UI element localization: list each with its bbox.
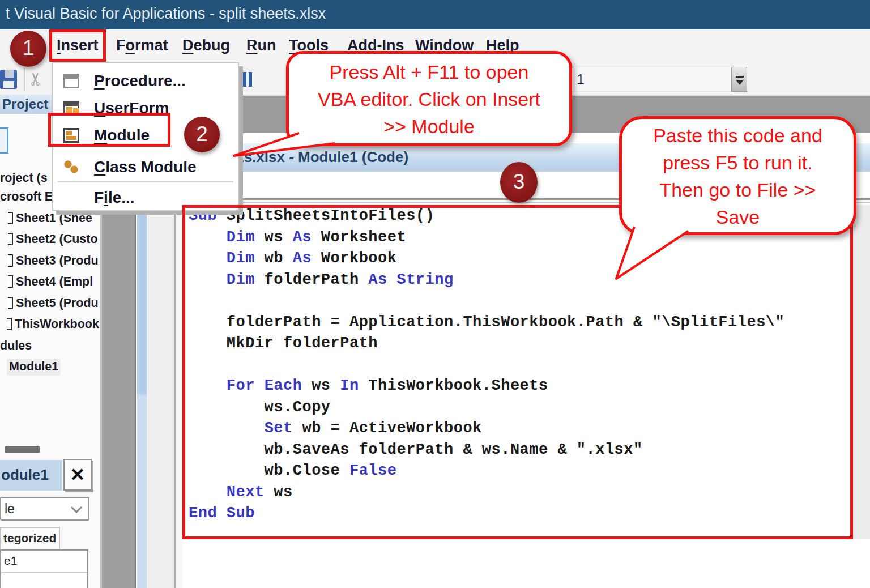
tree-item[interactable]: dules xyxy=(0,338,32,355)
callout-tail xyxy=(609,221,700,288)
tree-item[interactable]: Sheet4 (Empl xyxy=(8,274,93,291)
pause-icon[interactable] xyxy=(242,72,253,87)
window-titlebar: t Visual Basic for Applications - split … xyxy=(0,0,870,29)
red-box-insert xyxy=(49,29,106,62)
worksheet-icon xyxy=(8,275,13,288)
callout-line: Paste this code and xyxy=(622,122,854,149)
save-icon[interactable] xyxy=(0,70,17,89)
properties-panel-header: odule1 xyxy=(0,460,62,491)
code-window-right-margin xyxy=(853,205,870,539)
annotation-badge-3: 3 xyxy=(500,162,538,203)
class-module-icon xyxy=(63,160,79,174)
insert-menu-item-label: Procedure... xyxy=(94,68,186,94)
callout-paste-code: Paste this code and press F5 to run it. … xyxy=(619,116,856,235)
tree-item[interactable]: roject (s xyxy=(0,170,48,187)
annotation-badge-2: 2 xyxy=(184,117,220,152)
tree-item[interactable]: Sheet5 (Produ xyxy=(8,295,99,312)
menu-item-debug[interactable]: Debug xyxy=(182,29,230,63)
callout-line: VBA editor. Click on Insert xyxy=(289,86,569,113)
property-field[interactable]: e1 xyxy=(0,549,88,588)
tree-item[interactable]: Module1 xyxy=(7,359,61,376)
close-button[interactable]: ✕ xyxy=(63,459,92,491)
tree-item[interactable]: Sheet1 (Shee xyxy=(8,210,92,227)
tree-item[interactable]: crosoft E xyxy=(0,189,53,206)
worksheet-icon xyxy=(7,318,12,330)
red-box-code xyxy=(182,205,853,539)
procedure-icon xyxy=(63,74,79,88)
toolbar-combo-value: 1 xyxy=(577,67,731,91)
view-code-button[interactable] xyxy=(0,127,8,154)
worksheet-icon xyxy=(8,212,13,224)
red-box-module xyxy=(48,113,170,147)
properties-panel-title: odule1 xyxy=(1,460,62,489)
tree-item[interactable]: Sheet3 (Produ xyxy=(8,253,99,270)
menu-separator xyxy=(58,181,233,182)
cut-icon[interactable]: ✂ xyxy=(25,71,46,87)
callout-line: press F5 to run it. xyxy=(622,149,854,176)
tree-item[interactable]: ThisWorkbook xyxy=(7,316,99,333)
worksheet-icon xyxy=(8,254,13,267)
worksheet-icon xyxy=(8,297,13,309)
insert-menu-item-class-module[interactable]: Class Module xyxy=(53,154,238,180)
close-icon: ✕ xyxy=(65,460,91,489)
callout-line: Then go to File >> xyxy=(622,176,854,203)
tab-categorized-label: tegorized xyxy=(3,528,59,548)
vba-editor-window: t Visual Basic for Applications - split … xyxy=(0,0,870,588)
object-dropdown[interactable]: le xyxy=(0,497,89,521)
menu-item-run[interactable]: Run xyxy=(246,29,276,63)
callout-line: Press Alt + F11 to open xyxy=(289,58,569,86)
window-title: t Visual Basic for Applications - split … xyxy=(6,5,326,23)
annotation-badge-1: 1 xyxy=(10,31,46,67)
tab-categorized[interactable]: tegorized xyxy=(0,527,60,549)
property-field-value: e1 xyxy=(4,551,87,571)
menu-item-format[interactable]: Format xyxy=(116,29,168,63)
tree-item[interactable]: Sheet2 (Custo xyxy=(8,231,98,248)
insert-menu-item-procedure[interactable]: Procedure... xyxy=(53,68,238,94)
dropdown-arrow-icon[interactable] xyxy=(731,67,747,92)
insert-menu-item-label: Class Module xyxy=(94,154,197,180)
toolbar-combo[interactable]: 1 xyxy=(571,67,731,92)
worksheet-icon xyxy=(8,233,13,245)
insert-menu-item-label: File... xyxy=(94,185,135,211)
callout-tail xyxy=(224,127,354,169)
panel-resize-handle[interactable] xyxy=(5,446,40,453)
